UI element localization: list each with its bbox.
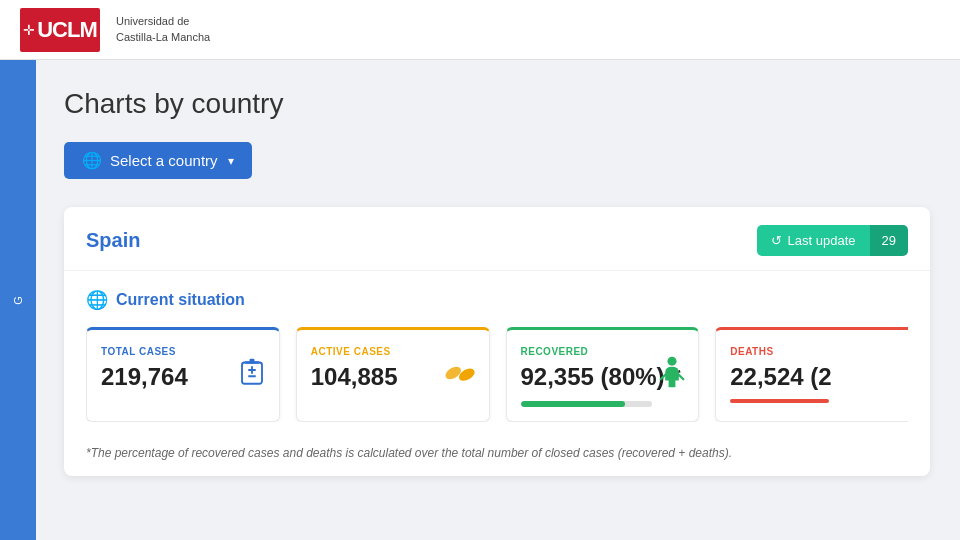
- earth-icon: 🌐: [86, 289, 108, 311]
- logo-subtitle: Universidad de Castilla-La Mancha: [116, 14, 210, 45]
- recovered-progress-fill: [521, 401, 626, 407]
- stats-row: TOTAL CASES 219,764: [86, 327, 908, 422]
- globe-icon: 🌐: [82, 151, 102, 170]
- logo-line1: Universidad de: [116, 14, 210, 29]
- stat-card-recovered: RECOVERED 92,355 (80%) *: [506, 327, 700, 422]
- page-title: Charts by country: [64, 88, 930, 120]
- select-country-button[interactable]: 🌐 Select a country ▾: [64, 142, 252, 179]
- logo-cross-icon: ✛: [23, 22, 35, 38]
- select-country-label: Select a country: [110, 152, 218, 169]
- layout: G Charts by country 🌐 Select a country ▾…: [0, 60, 960, 540]
- history-icon: ↺: [771, 233, 782, 248]
- total-cases-label: TOTAL CASES: [101, 346, 265, 357]
- last-update-label: Last update: [788, 233, 856, 248]
- footnote-text: *The percentage of recovered cases and d…: [86, 446, 732, 460]
- header: ✛ UCLM Universidad de Castilla-La Mancha: [0, 0, 960, 60]
- main-content: Charts by country 🌐 Select a country ▾ S…: [36, 60, 960, 540]
- deaths-underline: [730, 399, 828, 403]
- deaths-label: DEATHS: [730, 346, 894, 357]
- active-cases-label: ACTIVE CASES: [311, 346, 475, 357]
- logo-box: ✛ UCLM: [20, 8, 100, 52]
- last-update-button[interactable]: ↺ Last update: [757, 225, 870, 256]
- country-card: Spain ↺ Last update 29 🌐 Current situati…: [64, 207, 930, 476]
- logo-container: ✛ UCLM Universidad de Castilla-La Mancha: [20, 8, 210, 52]
- section-title: 🌐 Current situation: [86, 289, 908, 311]
- svg-point-8: [668, 356, 677, 365]
- deaths-value: 22,524 (2: [730, 363, 894, 391]
- caret-icon: ▾: [228, 154, 234, 168]
- stat-card-total: TOTAL CASES 219,764: [86, 327, 280, 422]
- section-title-text: Current situation: [116, 291, 245, 309]
- logo-line2: Castilla-La Mancha: [116, 30, 210, 45]
- last-update-date: 29: [870, 225, 908, 256]
- sidebar: G: [0, 60, 36, 540]
- country-card-header: Spain ↺ Last update 29: [64, 207, 930, 271]
- recovered-progress-bar: [521, 401, 652, 407]
- svg-line-10: [679, 374, 684, 379]
- stat-card-deaths: DEATHS 22,524 (2: [715, 327, 908, 422]
- country-name: Spain: [86, 229, 140, 252]
- svg-line-9: [661, 374, 666, 379]
- current-situation-section: 🌐 Current situation TOTAL CASES 219,764: [64, 271, 930, 436]
- logo-text: UCLM: [37, 17, 97, 43]
- last-update-group: ↺ Last update 29: [757, 225, 908, 256]
- person-icon: [658, 355, 686, 396]
- footnote: *The percentage of recovered cases and d…: [64, 436, 930, 476]
- sidebar-label: G: [12, 295, 24, 305]
- stat-card-active: ACTIVE CASES 104,885: [296, 327, 490, 422]
- svg-rect-2: [249, 358, 254, 363]
- pills-icon: [443, 360, 477, 392]
- clipboard-icon: [237, 357, 267, 394]
